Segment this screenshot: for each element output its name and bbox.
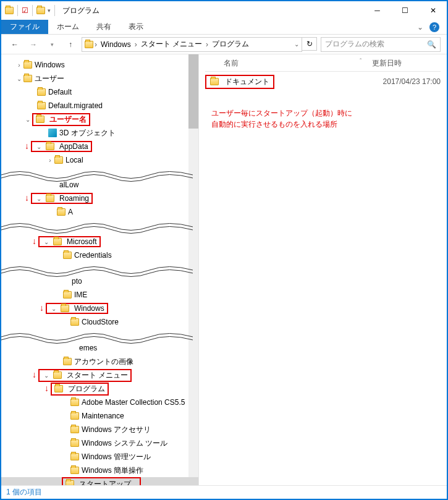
search-placeholder: プログラムの検索 (325, 39, 427, 49)
column-date[interactable]: 更新日時 (372, 58, 440, 69)
tab-home[interactable]: ホーム (48, 20, 88, 34)
tree-node-selected[interactable]: スタートアップ (1, 477, 198, 485)
tree-node[interactable]: ⌄ユーザー名 (1, 112, 198, 126)
status-bar: 1 個の項目 (1, 485, 447, 499)
minimize-button[interactable]: ─ (363, 1, 391, 20)
tree-node[interactable]: Windows 簡単操作 (1, 464, 198, 477)
tab-file[interactable]: ファイル (1, 20, 48, 34)
tree-node[interactable]: ↓⌄Microsoft (1, 235, 198, 248)
tree-node[interactable]: ↓⌄スタート メニュー (1, 368, 198, 382)
breadcrumb[interactable]: プログラム (209, 38, 251, 51)
list-item[interactable]: ドキュメント 2017/04/23 17:00 (205, 74, 441, 89)
refresh-button[interactable]: ↻ (302, 37, 317, 51)
tree-node[interactable]: ›Windows (1, 58, 198, 72)
file-date: 2017/04/23 17:00 (383, 77, 441, 86)
arrow-down-icon: ↓ (32, 236, 36, 246)
folder-icon (210, 78, 219, 85)
up-button[interactable]: ↑ (63, 37, 78, 52)
tree-node-fragment: alLow (1, 178, 198, 192)
properties-icon[interactable]: ☑ (22, 6, 28, 15)
chevron-down-icon[interactable]: ⌄ (35, 195, 43, 202)
tree-node[interactable]: Adobe Master Collection CS5.5 (1, 396, 198, 409)
chevron-down-icon[interactable]: ⌄ (35, 143, 43, 150)
ribbon: ファイル ホーム 共有 表示 ⌄ ? (1, 20, 447, 35)
ribbon-expand-icon[interactable]: ⌄ (417, 23, 423, 32)
navigation-tree[interactable]: ›Windows ⌄ユーザー Default Default.migrated … (1, 54, 199, 485)
column-name[interactable]: 名前 (205, 58, 360, 69)
search-icon: 🔍 (427, 40, 436, 49)
tree-node[interactable]: ↓プログラム (1, 382, 198, 396)
title-bar: ☑ ▾ プログラム ─ ☐ ✕ (1, 1, 447, 20)
sort-indicator-icon: ˆ (360, 58, 372, 69)
annotation-text: ユーザー毎にスタートアップ（起動）時に 自動的に実行させるものを入れる場所 (211, 108, 441, 130)
cube-icon (48, 129, 57, 137)
tree-node[interactable]: Default.migrated (1, 99, 198, 112)
tree-node-fragment: pto (1, 274, 198, 288)
tree-node[interactable]: Windows システム ツール (1, 436, 198, 450)
app-icon (5, 7, 14, 14)
item-count: 1 個の項目 (6, 487, 42, 498)
tree-node[interactable]: Credentials (1, 248, 198, 262)
chevron-down-icon[interactable]: ⌄ (42, 372, 51, 379)
tree-node[interactable]: Windows 管理ツール (1, 450, 198, 464)
folder-icon (36, 7, 45, 14)
window-title: プログラム (62, 6, 99, 16)
tree-node[interactable]: ⌄ユーザー (1, 72, 198, 85)
chevron-down-icon[interactable]: ⌄ (23, 116, 32, 123)
file-list[interactable]: 名前 ˆ 更新日時 ドキュメント 2017/04/23 17:00 ユーザー毎に… (199, 54, 447, 485)
chevron-down-icon[interactable]: ⌄ (42, 239, 51, 245)
breadcrumb[interactable]: スタート メニュー (138, 38, 205, 51)
arrow-down-icon: ↓ (25, 193, 29, 203)
column-headers[interactable]: 名前 ˆ 更新日時 (205, 58, 441, 72)
close-button[interactable]: ✕ (419, 1, 447, 20)
tree-node[interactable]: ↓⌄AppData (1, 140, 198, 153)
chevron-down-icon[interactable]: ⌄ (15, 75, 23, 82)
wave-divider (1, 219, 198, 235)
maximize-button[interactable]: ☐ (391, 1, 419, 20)
location-icon (85, 41, 93, 48)
chevron-right-icon[interactable]: › (15, 62, 23, 69)
arrow-down-icon: ↓ (40, 303, 44, 313)
chevron-right-icon[interactable]: › (46, 157, 54, 164)
help-icon[interactable]: ? (429, 22, 439, 32)
breadcrumb[interactable]: Windows (98, 38, 133, 51)
chevron-down-icon[interactable]: ⌄ (49, 305, 58, 312)
tree-node[interactable]: Default (1, 85, 198, 99)
tree-node[interactable]: ›Local (1, 153, 198, 167)
tree-node[interactable]: 3D オブジェクト (1, 126, 198, 140)
tree-node[interactable]: IME (1, 288, 198, 302)
tree-node[interactable]: ↓⌄Roaming (1, 192, 198, 205)
tab-view[interactable]: 表示 (120, 20, 152, 34)
arrow-down-icon: ↓ (44, 383, 49, 393)
back-button[interactable]: ← (7, 37, 22, 52)
tree-node[interactable]: Windows アクセサリ (1, 423, 198, 436)
tree-node[interactable]: ↓⌄Windows (1, 302, 198, 315)
search-input[interactable]: プログラムの検索 🔍 (321, 37, 441, 52)
tree-node[interactable]: CloudStore (1, 315, 198, 329)
tab-share[interactable]: 共有 (88, 20, 120, 34)
arrow-down-icon: ↓ (32, 370, 36, 379)
qat-dropdown-icon[interactable]: ▾ (48, 7, 51, 14)
address-bar[interactable]: › Windows › スタート メニュー › プログラム ⌄ (82, 37, 302, 52)
navigation-bar: ← → ▾ ↑ › Windows › スタート メニュー › プログラム ⌄ … (1, 35, 447, 54)
forward-button[interactable]: → (26, 37, 41, 52)
quick-access-toolbar: ☑ ▾ (5, 5, 57, 16)
recent-dropdown[interactable]: ▾ (44, 37, 59, 52)
tree-node-fragment: A (1, 205, 198, 219)
file-name: ドキュメント (225, 77, 269, 87)
tree-node-fragment: emes (1, 341, 198, 355)
address-dropdown-icon[interactable]: ⌄ (294, 41, 299, 48)
arrow-down-icon: ↓ (25, 141, 29, 151)
tree-node[interactable]: Maintenance (1, 409, 198, 423)
tree-node[interactable]: アカウントの画像 (1, 355, 198, 368)
